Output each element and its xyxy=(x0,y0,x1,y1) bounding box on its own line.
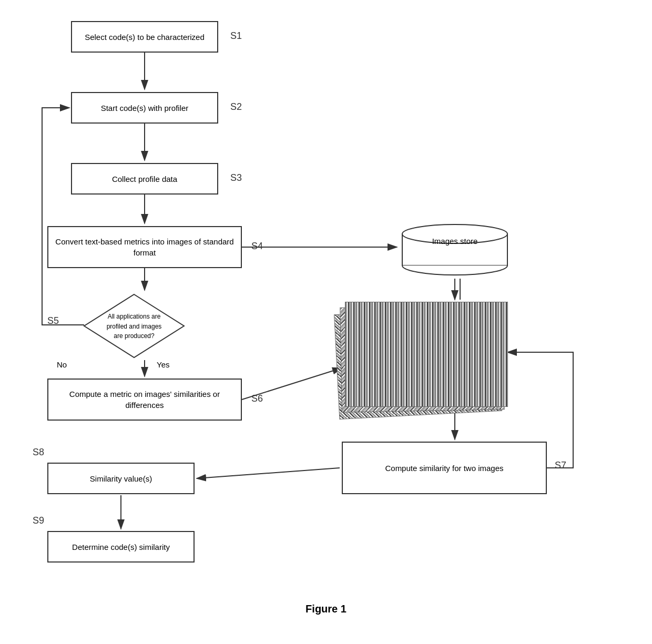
step-s3-label: S3 xyxy=(230,172,242,183)
figure-caption: Figure 1 xyxy=(305,603,347,615)
similarity-values-text: Similarity value(s) xyxy=(90,473,152,484)
step-s8-label: S8 xyxy=(33,447,44,458)
no-label: No xyxy=(57,360,67,369)
similarity-values-box: Similarity value(s) xyxy=(47,463,195,494)
step-s9-box: Determine code(s) similarity xyxy=(47,531,195,563)
noise-image-front xyxy=(345,302,508,407)
images-store-shape: Images store xyxy=(400,221,510,279)
step-s2-label: S2 xyxy=(230,101,242,113)
step-s3-box: Collect profile data xyxy=(71,163,218,195)
step-s2-box: Start code(s) with profiler xyxy=(71,92,218,124)
step-s5-label: S5 xyxy=(47,315,59,326)
step-s7-box: Compute similarity for two images xyxy=(342,442,547,494)
step-s6-text: Compute a metric on images' similarities… xyxy=(55,389,235,411)
images-store-label: Images store xyxy=(400,237,510,246)
step-s6-label: S6 xyxy=(251,393,263,404)
step-s9-label: S9 xyxy=(33,515,44,526)
step-s1-text: Select code(s) to be characterized xyxy=(85,32,205,43)
all-applications-text: All applications are profiled and images… xyxy=(107,313,162,340)
step-s3-text: Collect profile data xyxy=(112,173,177,185)
step-s1-label: S1 xyxy=(230,30,242,42)
diamond-question-text: All applications are profiled and images… xyxy=(103,311,166,341)
step-s4-box: Convert text-based metrics into images o… xyxy=(47,226,242,268)
step-s6-box: Compute a metric on images' similarities… xyxy=(47,379,242,421)
diagram-container: Select code(s) to be characterized S1 St… xyxy=(0,0,652,644)
step-s1-box: Select code(s) to be characterized xyxy=(71,21,218,53)
step-s7-label: S7 xyxy=(555,460,566,471)
step-s5-diamond: All applications are profiled and images… xyxy=(82,292,187,360)
yes-label: Yes xyxy=(157,360,169,369)
step-s4-text: Convert text-based metrics into images o… xyxy=(55,236,235,258)
step-s7-text: Compute similarity for two images xyxy=(385,463,503,474)
step-s9-text: Determine code(s) similarity xyxy=(72,541,170,553)
svg-line-14 xyxy=(197,468,340,478)
step-s2-text: Start code(s) with profiler xyxy=(101,103,189,114)
step-s4-label: S4 xyxy=(251,241,263,252)
